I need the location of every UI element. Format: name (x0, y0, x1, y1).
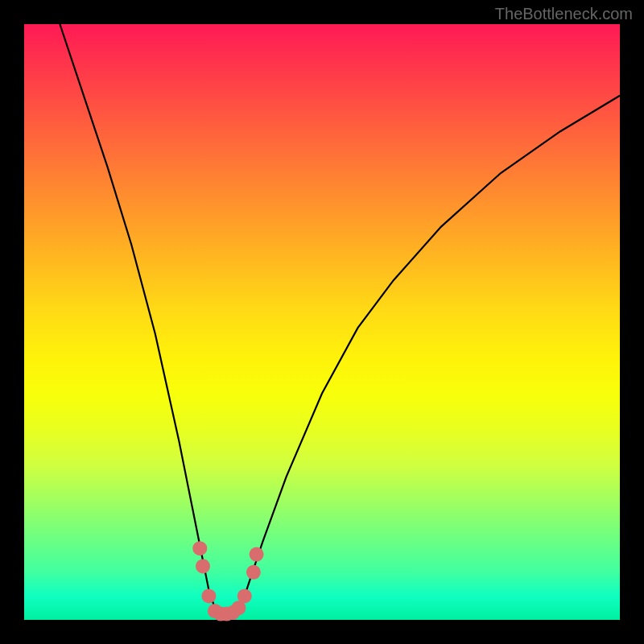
highlight-dot (192, 541, 207, 555)
curve-group (60, 24, 620, 614)
highlight-dot (237, 588, 252, 603)
bottleneck-curve (60, 24, 620, 614)
markers-group (192, 541, 263, 621)
watermark-text: TheBottleneck.com (495, 5, 633, 23)
chart-svg (24, 24, 620, 620)
highlight-dot (201, 588, 216, 603)
chart-plot-area (24, 24, 620, 620)
highlight-dot (196, 559, 210, 573)
highlight-dot (246, 565, 261, 580)
highlight-dot (250, 547, 264, 562)
